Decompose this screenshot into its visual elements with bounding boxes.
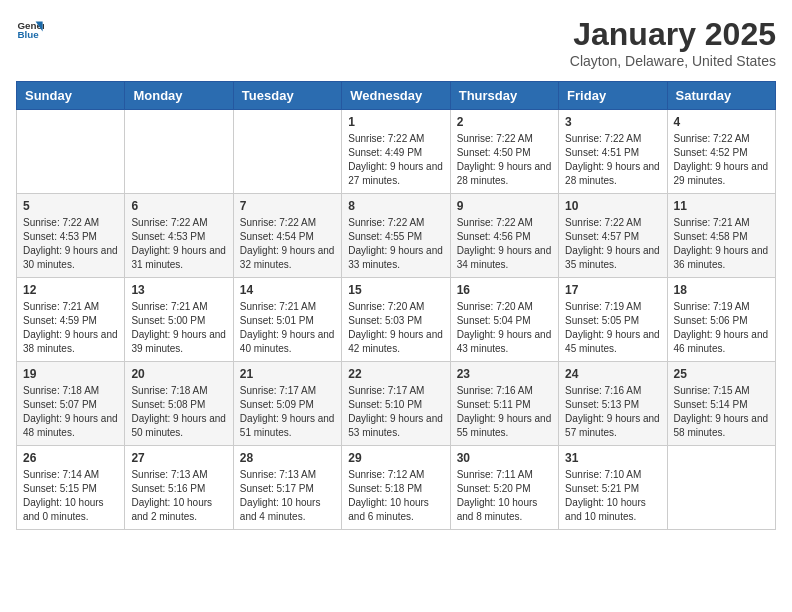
day-number: 14: [240, 283, 335, 297]
day-info: Sunrise: 7:13 AM Sunset: 5:17 PM Dayligh…: [240, 468, 335, 524]
day-info: Sunrise: 7:21 AM Sunset: 5:00 PM Dayligh…: [131, 300, 226, 356]
day-info: Sunrise: 7:13 AM Sunset: 5:16 PM Dayligh…: [131, 468, 226, 524]
calendar-cell: 10Sunrise: 7:22 AM Sunset: 4:57 PM Dayli…: [559, 194, 667, 278]
calendar-cell: 26Sunrise: 7:14 AM Sunset: 5:15 PM Dayli…: [17, 446, 125, 530]
day-info: Sunrise: 7:22 AM Sunset: 4:55 PM Dayligh…: [348, 216, 443, 272]
calendar-cell: 8Sunrise: 7:22 AM Sunset: 4:55 PM Daylig…: [342, 194, 450, 278]
day-number: 3: [565, 115, 660, 129]
day-number: 10: [565, 199, 660, 213]
day-info: Sunrise: 7:22 AM Sunset: 4:52 PM Dayligh…: [674, 132, 769, 188]
day-info: Sunrise: 7:18 AM Sunset: 5:08 PM Dayligh…: [131, 384, 226, 440]
calendar-cell: 1Sunrise: 7:22 AM Sunset: 4:49 PM Daylig…: [342, 110, 450, 194]
calendar-cell: 4Sunrise: 7:22 AM Sunset: 4:52 PM Daylig…: [667, 110, 775, 194]
day-number: 29: [348, 451, 443, 465]
title-section: January 2025 Clayton, Delaware, United S…: [570, 16, 776, 69]
day-number: 13: [131, 283, 226, 297]
day-number: 18: [674, 283, 769, 297]
day-info: Sunrise: 7:22 AM Sunset: 4:54 PM Dayligh…: [240, 216, 335, 272]
day-info: Sunrise: 7:14 AM Sunset: 5:15 PM Dayligh…: [23, 468, 118, 524]
calendar-cell: 13Sunrise: 7:21 AM Sunset: 5:00 PM Dayli…: [125, 278, 233, 362]
weekday-header-tuesday: Tuesday: [233, 82, 341, 110]
day-info: Sunrise: 7:21 AM Sunset: 5:01 PM Dayligh…: [240, 300, 335, 356]
weekday-header-friday: Friday: [559, 82, 667, 110]
day-info: Sunrise: 7:15 AM Sunset: 5:14 PM Dayligh…: [674, 384, 769, 440]
page-header: General Blue January 2025 Clayton, Delaw…: [16, 16, 776, 69]
calendar-cell: 14Sunrise: 7:21 AM Sunset: 5:01 PM Dayli…: [233, 278, 341, 362]
calendar-cell: 31Sunrise: 7:10 AM Sunset: 5:21 PM Dayli…: [559, 446, 667, 530]
day-number: 16: [457, 283, 552, 297]
day-number: 5: [23, 199, 118, 213]
calendar-cell: 29Sunrise: 7:12 AM Sunset: 5:18 PM Dayli…: [342, 446, 450, 530]
day-number: 11: [674, 199, 769, 213]
day-number: 6: [131, 199, 226, 213]
calendar-cell: [17, 110, 125, 194]
day-number: 24: [565, 367, 660, 381]
calendar-cell: 22Sunrise: 7:17 AM Sunset: 5:10 PM Dayli…: [342, 362, 450, 446]
day-info: Sunrise: 7:22 AM Sunset: 4:50 PM Dayligh…: [457, 132, 552, 188]
day-number: 27: [131, 451, 226, 465]
weekday-header-thursday: Thursday: [450, 82, 558, 110]
day-number: 9: [457, 199, 552, 213]
day-info: Sunrise: 7:11 AM Sunset: 5:20 PM Dayligh…: [457, 468, 552, 524]
calendar-cell: 19Sunrise: 7:18 AM Sunset: 5:07 PM Dayli…: [17, 362, 125, 446]
day-info: Sunrise: 7:20 AM Sunset: 5:04 PM Dayligh…: [457, 300, 552, 356]
svg-text:Blue: Blue: [17, 29, 39, 40]
day-number: 23: [457, 367, 552, 381]
week-row-5: 26Sunrise: 7:14 AM Sunset: 5:15 PM Dayli…: [17, 446, 776, 530]
day-number: 4: [674, 115, 769, 129]
day-info: Sunrise: 7:12 AM Sunset: 5:18 PM Dayligh…: [348, 468, 443, 524]
day-number: 21: [240, 367, 335, 381]
day-number: 26: [23, 451, 118, 465]
logo: General Blue: [16, 16, 44, 44]
day-info: Sunrise: 7:22 AM Sunset: 4:56 PM Dayligh…: [457, 216, 552, 272]
calendar-cell: 24Sunrise: 7:16 AM Sunset: 5:13 PM Dayli…: [559, 362, 667, 446]
weekday-header-saturday: Saturday: [667, 82, 775, 110]
calendar-cell: 16Sunrise: 7:20 AM Sunset: 5:04 PM Dayli…: [450, 278, 558, 362]
day-number: 12: [23, 283, 118, 297]
logo-icon: General Blue: [16, 16, 44, 44]
calendar-cell: 9Sunrise: 7:22 AM Sunset: 4:56 PM Daylig…: [450, 194, 558, 278]
day-number: 15: [348, 283, 443, 297]
calendar-cell: 7Sunrise: 7:22 AM Sunset: 4:54 PM Daylig…: [233, 194, 341, 278]
week-row-2: 5Sunrise: 7:22 AM Sunset: 4:53 PM Daylig…: [17, 194, 776, 278]
calendar-cell: 23Sunrise: 7:16 AM Sunset: 5:11 PM Dayli…: [450, 362, 558, 446]
calendar-cell: 28Sunrise: 7:13 AM Sunset: 5:17 PM Dayli…: [233, 446, 341, 530]
calendar-cell: 15Sunrise: 7:20 AM Sunset: 5:03 PM Dayli…: [342, 278, 450, 362]
weekday-header-wednesday: Wednesday: [342, 82, 450, 110]
calendar-cell: 11Sunrise: 7:21 AM Sunset: 4:58 PM Dayli…: [667, 194, 775, 278]
day-info: Sunrise: 7:17 AM Sunset: 5:09 PM Dayligh…: [240, 384, 335, 440]
month-title: January 2025: [570, 16, 776, 53]
day-number: 19: [23, 367, 118, 381]
day-info: Sunrise: 7:21 AM Sunset: 4:59 PM Dayligh…: [23, 300, 118, 356]
day-number: 8: [348, 199, 443, 213]
calendar-cell: 27Sunrise: 7:13 AM Sunset: 5:16 PM Dayli…: [125, 446, 233, 530]
calendar-cell: 21Sunrise: 7:17 AM Sunset: 5:09 PM Dayli…: [233, 362, 341, 446]
day-info: Sunrise: 7:22 AM Sunset: 4:51 PM Dayligh…: [565, 132, 660, 188]
calendar-cell: 3Sunrise: 7:22 AM Sunset: 4:51 PM Daylig…: [559, 110, 667, 194]
calendar-cell: 2Sunrise: 7:22 AM Sunset: 4:50 PM Daylig…: [450, 110, 558, 194]
calendar-cell: 18Sunrise: 7:19 AM Sunset: 5:06 PM Dayli…: [667, 278, 775, 362]
day-number: 31: [565, 451, 660, 465]
weekday-header-monday: Monday: [125, 82, 233, 110]
day-number: 25: [674, 367, 769, 381]
day-number: 22: [348, 367, 443, 381]
calendar-cell: 12Sunrise: 7:21 AM Sunset: 4:59 PM Dayli…: [17, 278, 125, 362]
day-number: 7: [240, 199, 335, 213]
day-info: Sunrise: 7:10 AM Sunset: 5:21 PM Dayligh…: [565, 468, 660, 524]
calendar-cell: 20Sunrise: 7:18 AM Sunset: 5:08 PM Dayli…: [125, 362, 233, 446]
calendar-cell: 6Sunrise: 7:22 AM Sunset: 4:53 PM Daylig…: [125, 194, 233, 278]
day-info: Sunrise: 7:20 AM Sunset: 5:03 PM Dayligh…: [348, 300, 443, 356]
calendar-cell: 25Sunrise: 7:15 AM Sunset: 5:14 PM Dayli…: [667, 362, 775, 446]
week-row-3: 12Sunrise: 7:21 AM Sunset: 4:59 PM Dayli…: [17, 278, 776, 362]
day-info: Sunrise: 7:22 AM Sunset: 4:53 PM Dayligh…: [131, 216, 226, 272]
week-row-4: 19Sunrise: 7:18 AM Sunset: 5:07 PM Dayli…: [17, 362, 776, 446]
day-info: Sunrise: 7:16 AM Sunset: 5:13 PM Dayligh…: [565, 384, 660, 440]
day-info: Sunrise: 7:19 AM Sunset: 5:05 PM Dayligh…: [565, 300, 660, 356]
calendar-cell: 30Sunrise: 7:11 AM Sunset: 5:20 PM Dayli…: [450, 446, 558, 530]
day-number: 1: [348, 115, 443, 129]
calendar-cell: [667, 446, 775, 530]
week-row-1: 1Sunrise: 7:22 AM Sunset: 4:49 PM Daylig…: [17, 110, 776, 194]
calendar-cell: [233, 110, 341, 194]
weekday-header-row: SundayMondayTuesdayWednesdayThursdayFrid…: [17, 82, 776, 110]
day-number: 28: [240, 451, 335, 465]
